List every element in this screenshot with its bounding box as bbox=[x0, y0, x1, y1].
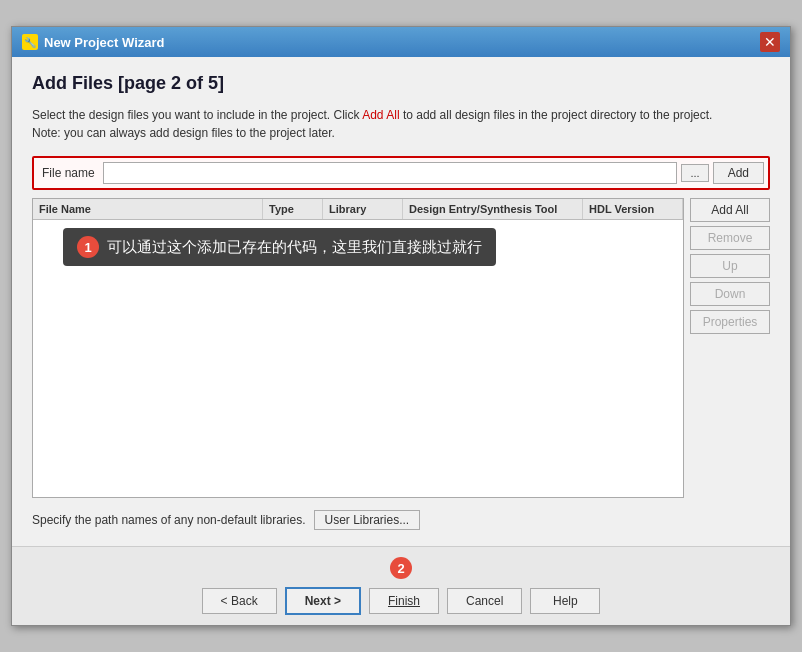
app-icon: 🔧 bbox=[22, 34, 38, 50]
add-button[interactable]: Add bbox=[713, 162, 764, 184]
table-body: 1 可以通过这个添加已存在的代码，这里我们直接跳过就行 bbox=[33, 220, 683, 497]
tooltip-text: 可以通过这个添加已存在的代码，这里我们直接跳过就行 bbox=[107, 238, 482, 257]
window-title: New Project Wizard bbox=[44, 35, 165, 50]
main-window: 🔧 New Project Wizard ✕ Add Files [page 2… bbox=[11, 26, 791, 626]
close-button[interactable]: ✕ bbox=[760, 32, 780, 52]
file-name-input[interactable] bbox=[103, 162, 678, 184]
desc-line1: Select the design files you want to incl… bbox=[32, 108, 712, 122]
title-bar-left: 🔧 New Project Wizard bbox=[22, 34, 165, 50]
properties-button[interactable]: Properties bbox=[690, 310, 770, 334]
col-library: Library bbox=[323, 199, 403, 219]
libraries-label: Specify the path names of any non-defaul… bbox=[32, 513, 306, 527]
col-type: Type bbox=[263, 199, 323, 219]
col-design-entry: Design Entry/Synthesis Tool bbox=[403, 199, 583, 219]
col-filename: File Name bbox=[33, 199, 263, 219]
table-header: File Name Type Library Design Entry/Synt… bbox=[33, 199, 683, 220]
back-button[interactable]: < Back bbox=[202, 588, 277, 614]
footer-buttons: < Back Next > Finish Cancel Help bbox=[202, 587, 601, 615]
tooltip-overlay: 1 可以通过这个添加已存在的代码，这里我们直接跳过就行 bbox=[63, 228, 496, 266]
page-title: Add Files [page 2 of 5] bbox=[32, 73, 770, 94]
tooltip-badge: 1 bbox=[77, 236, 99, 258]
file-table: File Name Type Library Design Entry/Synt… bbox=[32, 198, 684, 498]
remove-button[interactable]: Remove bbox=[690, 226, 770, 250]
file-name-label: File name bbox=[38, 166, 99, 180]
browse-button[interactable]: ... bbox=[681, 164, 708, 182]
step-indicator: 2 bbox=[390, 557, 412, 579]
main-area: File Name Type Library Design Entry/Synt… bbox=[32, 198, 770, 498]
content-area: Add Files [page 2 of 5] Select the desig… bbox=[12, 57, 790, 546]
libraries-row: Specify the path names of any non-defaul… bbox=[32, 510, 770, 530]
footer-step-badge: 2 bbox=[390, 557, 412, 579]
user-libraries-button[interactable]: User Libraries... bbox=[314, 510, 421, 530]
description: Select the design files you want to incl… bbox=[32, 106, 770, 142]
desc-line2: Note: you can always add design files to… bbox=[32, 126, 335, 140]
add-all-button[interactable]: Add All bbox=[690, 198, 770, 222]
footer: 2 < Back Next > Finish Cancel Help bbox=[12, 546, 790, 625]
right-buttons: Add All Remove Up Down Properties bbox=[690, 198, 770, 498]
help-button[interactable]: Help bbox=[530, 588, 600, 614]
down-button[interactable]: Down bbox=[690, 282, 770, 306]
finish-button[interactable]: Finish bbox=[369, 588, 439, 614]
col-hdl: HDL Version bbox=[583, 199, 683, 219]
next-button[interactable]: Next > bbox=[285, 587, 361, 615]
cancel-button[interactable]: Cancel bbox=[447, 588, 522, 614]
up-button[interactable]: Up bbox=[690, 254, 770, 278]
title-bar: 🔧 New Project Wizard ✕ bbox=[12, 27, 790, 57]
file-input-row: File name ... Add bbox=[32, 156, 770, 190]
